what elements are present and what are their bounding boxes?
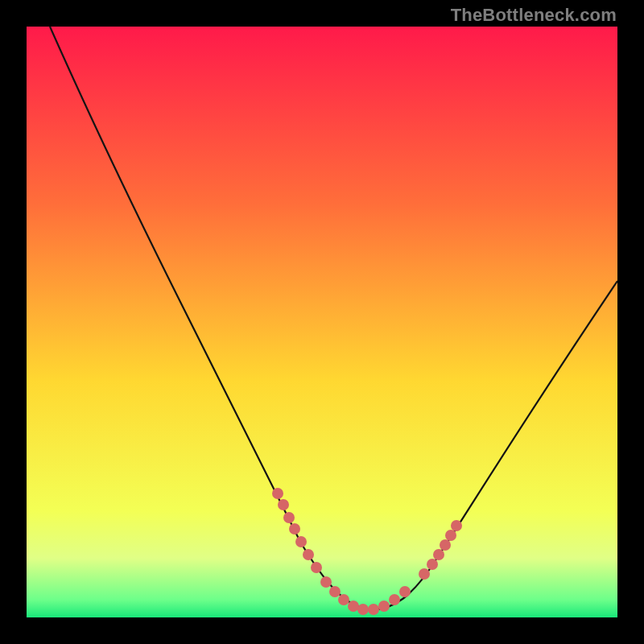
- svg-point-3: [283, 512, 295, 523]
- svg-point-12: [357, 604, 369, 615]
- svg-point-20: [440, 539, 451, 551]
- watermark-text: TheBottleneck.com: [451, 5, 617, 26]
- svg-point-14: [378, 601, 390, 612]
- svg-point-2: [278, 499, 289, 510]
- svg-point-8: [320, 576, 332, 588]
- svg-point-17: [419, 568, 430, 580]
- svg-point-6: [303, 549, 314, 560]
- svg-point-4: [289, 523, 300, 535]
- svg-point-16: [399, 586, 411, 597]
- highlight-dots: [272, 488, 462, 615]
- svg-point-13: [368, 604, 379, 615]
- svg-point-11: [348, 601, 359, 612]
- svg-point-10: [338, 594, 349, 605]
- chart-frame: TheBottleneck.com: [0, 0, 644, 644]
- svg-point-7: [311, 562, 322, 573]
- plot-area: [27, 27, 617, 617]
- svg-point-19: [433, 549, 444, 560]
- svg-point-22: [451, 520, 462, 531]
- svg-point-21: [445, 530, 456, 541]
- svg-point-9: [329, 586, 341, 597]
- svg-point-1: [272, 488, 283, 499]
- bottleneck-curve: [27, 27, 617, 617]
- svg-point-5: [295, 536, 307, 547]
- svg-point-15: [389, 594, 400, 605]
- svg-point-18: [427, 559, 438, 570]
- curve-path: [50, 27, 617, 609]
